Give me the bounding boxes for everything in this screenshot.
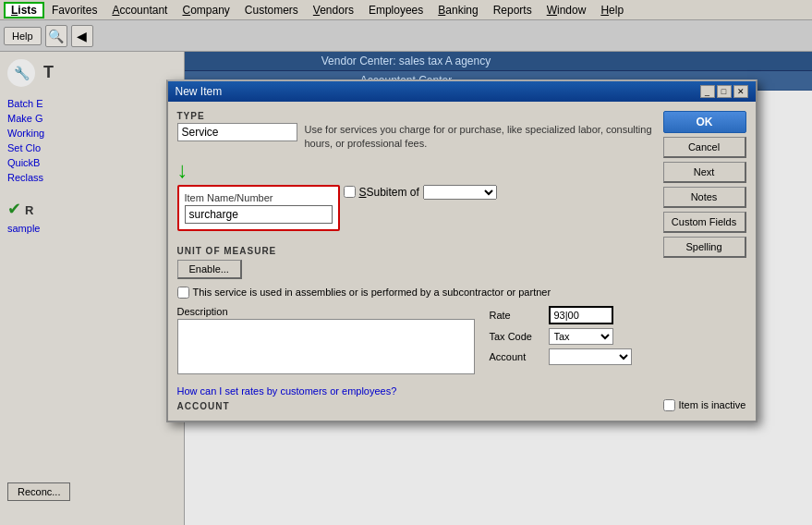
dialog-titlebar: New Item _ □ ✕ (168, 81, 756, 102)
dialog-title: New Item (176, 85, 223, 98)
inactive-row: Item is inactive (663, 399, 746, 411)
subitem-label: SSubitem of (359, 186, 419, 199)
menu-favorites[interactable]: Favorites (44, 2, 104, 18)
menu-lists[interactable]: Lists (4, 2, 44, 18)
assembly-checkbox-row: This service is used in assemblies or is… (177, 287, 656, 299)
menu-customers[interactable]: Customers (237, 2, 306, 18)
menu-company[interactable]: Company (175, 2, 236, 18)
menu-reports[interactable]: Reports (486, 2, 539, 18)
type-label: TYPE (177, 111, 656, 121)
type-select-container: Service (177, 123, 297, 141)
account-section: ACCOUNT (177, 401, 656, 411)
spelling-button[interactable]: Spelling (663, 237, 746, 258)
item-name-row: Item Name/Number SSubitem of (177, 185, 656, 238)
type-row: Service Use for services you charge for … (177, 123, 656, 152)
tax-code-row: Tax Code Tax Non (490, 328, 656, 345)
new-item-dialog: New Item _ □ ✕ TYPE Service Use (166, 79, 757, 422)
help-button[interactable]: Help (4, 27, 42, 45)
item-name-input[interactable] (185, 205, 333, 224)
rate-row: Rate (490, 306, 656, 324)
dialog-body: TYPE Service Use for services you charge… (168, 102, 756, 421)
description-input[interactable] (177, 319, 475, 374)
description-label: Description (177, 306, 475, 317)
account-section-label: ACCOUNT (177, 401, 656, 411)
next-button[interactable]: Next (663, 162, 746, 183)
menu-vendors[interactable]: Vendors (306, 2, 361, 18)
toolbar: Help 🔍 ◀ (0, 20, 812, 52)
type-dropdown[interactable]: Service (177, 123, 297, 141)
menu-accountant[interactable]: Accountant (104, 2, 175, 18)
search-icon[interactable]: 🔍 (45, 25, 67, 47)
menu-window[interactable]: Window (539, 2, 594, 18)
custom-fields-button[interactable]: Custom Fields (663, 212, 746, 233)
item-name-section: Item Name/Number (177, 185, 340, 231)
tax-code-dropdown[interactable]: Tax Non (549, 328, 613, 345)
description-area: Description (177, 306, 475, 377)
dialog-right-panel: OK Cancel Next Notes Custom Fields Spell… (663, 111, 746, 411)
menu-banking[interactable]: Banking (430, 2, 485, 18)
subitem-row: SSubitem of (344, 185, 656, 200)
down-arrow-icon: ↓ (177, 159, 656, 181)
menu-employees[interactable]: Employees (361, 2, 430, 18)
help-rates-link[interactable]: How can I set rates by customers or empl… (177, 385, 397, 397)
rate-input[interactable] (549, 306, 613, 324)
inactive-checkbox[interactable] (663, 399, 675, 411)
cancel-button[interactable]: Cancel (663, 137, 746, 158)
rate-area: Rate Tax Code Tax Non Account (490, 306, 656, 377)
rate-label: Rate (490, 310, 545, 321)
enable-button[interactable]: Enable... (177, 260, 242, 279)
account-row: Account (490, 348, 656, 365)
menubar: Lists Favorites Accountant Company Custo… (0, 0, 812, 20)
back-icon[interactable]: ◀ (71, 25, 93, 47)
uom-section: UNIT OF MEASURE Enable... (177, 246, 656, 279)
notes-button[interactable]: Notes (663, 187, 746, 208)
ok-button[interactable]: OK (663, 111, 746, 133)
uom-label: UNIT OF MEASURE (177, 246, 656, 256)
dialog-left-panel: TYPE Service Use for services you charge… (177, 111, 656, 411)
maximize-button[interactable]: □ (717, 85, 732, 98)
minimize-button[interactable]: _ (700, 85, 715, 98)
desc-rate-row: Description Rate Tax Code Tax Non (177, 306, 656, 377)
item-name-label: Item Name/Number (185, 192, 333, 203)
dialog-overlay: New Item _ □ ✕ TYPE Service Use (0, 52, 812, 525)
assembly-checkbox[interactable] (177, 287, 189, 299)
dialog-window-controls: _ □ ✕ (700, 85, 748, 98)
close-button[interactable]: ✕ (733, 85, 748, 98)
tax-code-label: Tax Code (490, 331, 545, 342)
subitem-dropdown[interactable] (423, 185, 497, 200)
account-dropdown[interactable] (549, 348, 632, 365)
inactive-label: Item is inactive (679, 399, 746, 410)
type-description: Use for services you charge for or purch… (305, 123, 656, 152)
menu-help[interactable]: Help (593, 2, 631, 18)
account-field-label: Account (490, 351, 545, 362)
assembly-label: This service is used in assemblies or is… (193, 287, 551, 298)
subitem-checkbox[interactable] (344, 186, 356, 198)
